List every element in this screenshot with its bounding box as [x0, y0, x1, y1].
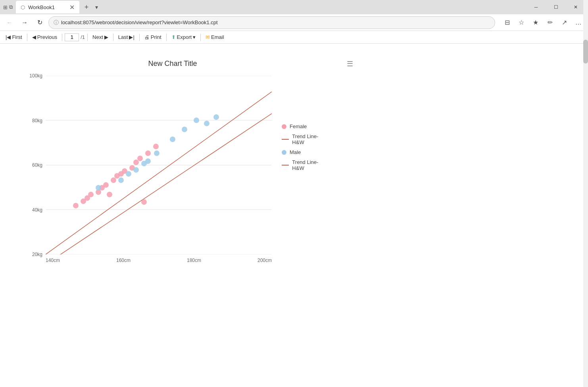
- minimize-button[interactable]: ─: [527, 1, 545, 13]
- page-total: /1: [81, 34, 85, 40]
- legend-male-trend-label: Trend Line-H&W: [292, 159, 321, 171]
- print-label: Print: [151, 34, 161, 40]
- favorites-bar-button[interactable]: ★: [529, 16, 542, 29]
- chart-svg-wrapper: 140cm 160cm 180cm 200cm: [46, 76, 272, 263]
- female-dot: [133, 160, 139, 165]
- female-trend-line: [46, 114, 272, 254]
- x-label-200: 200cm: [257, 258, 272, 263]
- y-label-40kg: 40kg: [32, 207, 42, 213]
- separator-4: [113, 34, 113, 41]
- print-icon: 🖨: [144, 34, 150, 40]
- male-dot: [182, 127, 187, 132]
- y-label-80kg: 80kg: [32, 118, 42, 123]
- female-dot: [153, 144, 159, 149]
- male-trend-line: [46, 92, 272, 254]
- export-label: Export: [177, 34, 192, 40]
- security-icon: ⓘ: [54, 19, 59, 26]
- content-area: New Chart Title ☰ 100kg 80kg 60kg 40kg 2…: [0, 44, 588, 387]
- first-label: First: [12, 34, 22, 40]
- legend-female-trend-line: [282, 139, 289, 140]
- legend-female-label: Female: [290, 123, 307, 129]
- male-dot: [204, 121, 209, 126]
- tab-page-icon: ⬡: [21, 4, 25, 10]
- female-dot: [145, 150, 151, 156]
- female-dot: [88, 192, 94, 197]
- tab-icon: ⊞: [3, 4, 8, 10]
- x-label-140: 140cm: [46, 258, 60, 263]
- last-label: Last: [118, 34, 128, 40]
- legend-female: Female: [282, 123, 321, 129]
- last-icon: ▶|: [129, 34, 134, 40]
- y-axis: 100kg 80kg 60kg 40kg 20kg: [24, 76, 46, 254]
- chart-body: 100kg 80kg 60kg 40kg 20kg: [24, 76, 321, 263]
- scrollbar[interactable]: [583, 0, 588, 387]
- y-label-100kg: 100kg: [29, 73, 42, 79]
- legend-male-dot: [282, 150, 286, 155]
- separator-3: [87, 34, 88, 41]
- separator-7: [200, 34, 201, 41]
- male-dot: [96, 185, 101, 191]
- browser-chrome: ⊞ ⧉ ⬡ WorkBook1 ✕ + ▾ ─ ☐ ✕ ← → ↻ ⓘ loca…: [0, 0, 588, 31]
- chart-menu-icon[interactable]: ☰: [347, 60, 353, 68]
- female-dot: [137, 156, 143, 161]
- page-number-input[interactable]: [65, 33, 79, 41]
- active-tab[interactable]: ⬡ WorkBook1 ✕: [16, 1, 79, 13]
- export-dropdown-icon: ▾: [193, 34, 196, 40]
- male-dot: [126, 171, 131, 177]
- legend-male-trend-line: [282, 165, 289, 166]
- scrollbar-thumb[interactable]: [583, 40, 588, 64]
- male-dot: [118, 177, 124, 183]
- legend-female-dot: [282, 124, 286, 129]
- x-label-160: 160cm: [116, 258, 131, 263]
- browser-nav-icons: ⊟ ☆ ★ ✏ ↗ …: [501, 16, 585, 29]
- separator-2: [62, 34, 62, 41]
- legend-male: Male: [282, 149, 321, 155]
- reload-button[interactable]: ↻: [33, 16, 46, 29]
- back-button[interactable]: ←: [3, 16, 16, 29]
- email-icon: ✉: [206, 34, 210, 40]
- female-dot: [107, 192, 112, 197]
- title-bar: ⊞ ⧉ ⬡ WorkBook1 ✕ + ▾ ─ ☐ ✕: [0, 0, 588, 14]
- report-toolbar: |◀ First ◀ Previous /1 Next ▶ Last ▶| 🖨 …: [0, 31, 588, 44]
- legend-male-label: Male: [290, 149, 301, 155]
- email-button[interactable]: ✉ Email: [203, 33, 227, 41]
- next-label: Next: [92, 34, 103, 40]
- male-dot: [194, 117, 199, 123]
- next-button[interactable]: Next ▶: [90, 33, 111, 41]
- favorite-button[interactable]: ☆: [515, 16, 528, 29]
- male-dot: [145, 158, 151, 164]
- chart-container: New Chart Title ☰ 100kg 80kg 60kg 40kg 2…: [24, 60, 321, 263]
- legend-female-trend-label: Trend Line-H&W: [292, 133, 321, 145]
- chart-title: New Chart Title: [24, 60, 321, 68]
- share-button[interactable]: ↗: [558, 16, 571, 29]
- legend-male-trend: Trend Line-H&W: [282, 159, 321, 171]
- export-icon: ⬆: [171, 34, 176, 40]
- new-tab-button[interactable]: +: [81, 2, 92, 13]
- tab-more-button[interactable]: ▾: [94, 4, 100, 10]
- forward-button[interactable]: →: [18, 16, 31, 29]
- legend-female-trend: Trend Line-H&W: [282, 133, 321, 145]
- export-button[interactable]: ⬆ Export ▾: [169, 33, 198, 41]
- previous-button[interactable]: ◀ Previous: [30, 33, 60, 41]
- split-view-button[interactable]: ⊟: [501, 16, 513, 29]
- tab-close-button[interactable]: ✕: [69, 4, 75, 11]
- chart-svg: [46, 76, 272, 254]
- female-dot: [141, 199, 147, 205]
- notes-button[interactable]: ✏: [544, 16, 556, 29]
- x-axis: 140cm 160cm 180cm 200cm: [46, 256, 272, 263]
- tab-title: WorkBook1: [28, 4, 66, 10]
- maximize-button[interactable]: ☐: [547, 1, 565, 13]
- last-button[interactable]: Last ▶|: [116, 33, 137, 41]
- first-button[interactable]: |◀ First: [3, 33, 25, 41]
- print-button[interactable]: 🖨 Print: [142, 33, 164, 41]
- first-icon: |◀: [6, 34, 11, 40]
- separator-1: [27, 34, 27, 41]
- address-bar[interactable]: ⓘ localhost:8075/webroot/decision/view/r…: [48, 16, 495, 29]
- chart-legend: Female Trend Line-H&W Male Trend Line-H&…: [282, 123, 321, 175]
- male-dot: [213, 114, 219, 120]
- title-bar-left: ⊞ ⧉ ⬡ WorkBook1 ✕ + ▾: [3, 1, 100, 13]
- male-dot: [170, 137, 175, 142]
- y-label-60kg: 60kg: [32, 162, 42, 168]
- male-dot: [154, 150, 159, 156]
- close-button[interactable]: ✕: [567, 1, 585, 13]
